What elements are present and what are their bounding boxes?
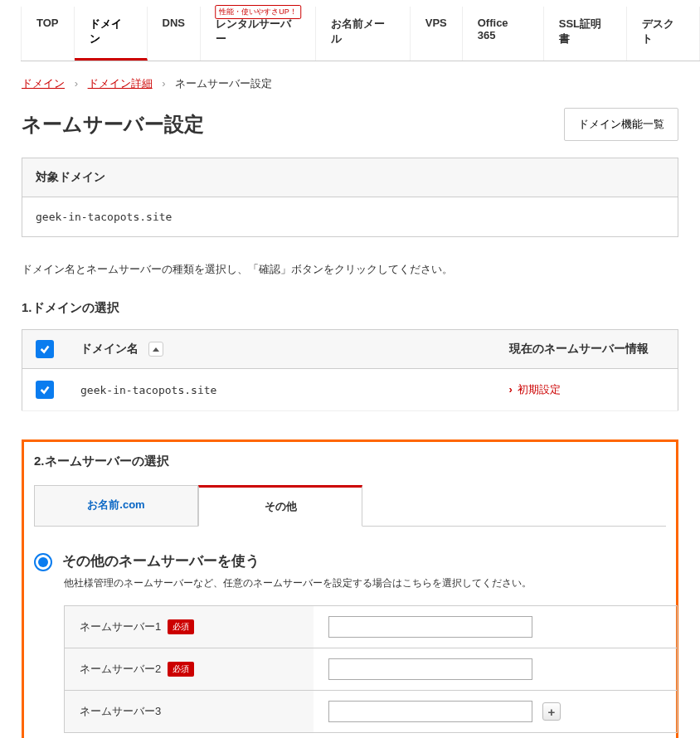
chevron-right-icon: › <box>162 77 165 90</box>
nav-tab-top[interactable]: TOP <box>21 7 75 61</box>
breadcrumb-domain-detail[interactable]: ドメイン詳細 <box>88 77 153 90</box>
target-domain-table: 対象ドメイン geek-in-tacopots.site <box>22 158 678 237</box>
ns3-input[interactable] <box>328 701 532 722</box>
nav-tab-mail[interactable]: お名前メール <box>316 7 411 61</box>
breadcrumb-current: ネームサーバー設定 <box>175 77 272 90</box>
nameserver-select-section: 2.ネームサーバーの選択 お名前.com その他 その他のネームサーバーを使う … <box>22 439 678 738</box>
select-all-checkbox[interactable] <box>36 340 54 358</box>
check-icon <box>39 384 51 396</box>
nav-badge: 性能・使いやすさUP！ <box>215 5 301 19</box>
row-domain-name: geek-in-tacopots.site <box>67 369 496 411</box>
required-badge: 必須 <box>168 662 194 677</box>
breadcrumb-domain[interactable]: ドメイン <box>22 77 65 90</box>
domain-select-table: ドメイン名 現在のネームサーバー情報 geek-in-tacopots.site… <box>22 329 678 411</box>
page-title: ネームサーバー設定 <box>22 111 204 138</box>
target-domain-header: 対象ドメイン <box>22 158 678 197</box>
sort-button[interactable] <box>148 342 163 357</box>
nav-tab-desktop[interactable]: デスクト <box>627 7 700 61</box>
ns-input-table: ネームサーバー1 必須 ネームサーバー2 必須 ネームサーバー3 <box>64 605 678 733</box>
ns3-label: ネームサーバー3 <box>80 704 161 719</box>
other-ns-radio-desc: 他社様管理のネームサーバーなど、任意のネームサーバーを設定する場合はこちらを選択… <box>64 576 666 590</box>
nav-tab-label: レンタルサーバー <box>216 17 291 45</box>
table-row: geek-in-tacopots.site 初期設定 <box>22 369 678 411</box>
nav-tab-office365[interactable]: Office 365 <box>463 7 544 61</box>
ns-tabs: お名前.com その他 <box>34 484 666 527</box>
ns1-input[interactable] <box>328 616 532 638</box>
nav-tab-ssl[interactable]: SSL証明書 <box>544 7 627 61</box>
section1-title: 1.ドメインの選択 <box>22 300 678 316</box>
ns2-input[interactable] <box>328 658 532 680</box>
main-nav: TOP ドメイン DNS 性能・使いやすさUP！ レンタルサーバー お名前メール… <box>21 7 700 61</box>
nav-tab-domain[interactable]: ドメイン <box>75 7 148 61</box>
instruction-text: ドメイン名とネームサーバーの種類を選択し、「確認」ボタンをクリックしてください。 <box>22 262 678 277</box>
chevron-right-icon: › <box>75 77 78 90</box>
other-ns-radio[interactable] <box>34 553 52 571</box>
ns-tab-onamae[interactable]: お名前.com <box>34 485 198 527</box>
domain-feature-list-button[interactable]: ドメイン機能一覧 <box>564 108 678 141</box>
col-current-ns: 現在のネームサーバー情報 <box>496 330 678 369</box>
current-ns-link[interactable]: 初期設定 <box>509 383 561 396</box>
col-domain-name: ドメイン名 <box>80 342 139 355</box>
nav-tab-dns[interactable]: DNS <box>148 7 201 61</box>
other-ns-radio-label: その他のネームサーバーを使う <box>62 551 260 570</box>
required-badge: 必須 <box>168 619 194 634</box>
target-domain-value: geek-in-tacopots.site <box>22 197 678 237</box>
row-checkbox[interactable] <box>36 381 54 399</box>
nav-tab-rental-server[interactable]: 性能・使いやすさUP！ レンタルサーバー <box>201 7 316 61</box>
section2-title: 2.ネームサーバーの選択 <box>34 454 666 469</box>
ns1-label: ネームサーバー1 <box>80 619 161 634</box>
check-icon <box>39 343 51 355</box>
nav-tab-vps[interactable]: VPS <box>411 7 463 61</box>
breadcrumb: ドメイン › ドメイン詳細 › ネームサーバー設定 <box>22 76 678 91</box>
ns2-label: ネームサーバー2 <box>80 662 161 677</box>
ns-tab-other[interactable]: その他 <box>198 485 362 527</box>
add-ns-button[interactable]: + <box>542 702 561 721</box>
